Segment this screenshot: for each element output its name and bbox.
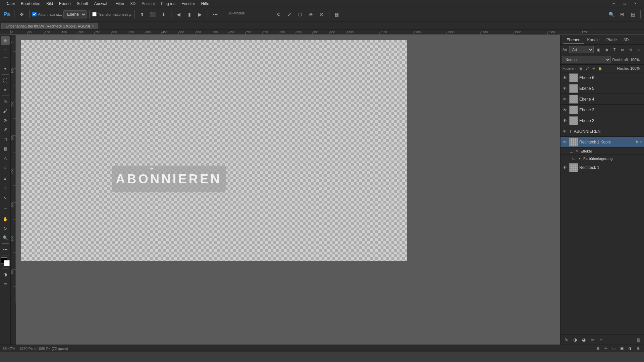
filter-adjust-icon[interactable]: ◑ bbox=[603, 46, 610, 53]
align-bottom-icon[interactable]: ⬇ bbox=[159, 10, 168, 19]
tab-pfade[interactable]: Pfade bbox=[603, 36, 620, 44]
history-brush-tool[interactable]: ↺ bbox=[1, 125, 10, 134]
filter-shape-icon[interactable]: ▭ bbox=[619, 46, 626, 53]
layer-eye-abonnieren[interactable]: 👁 bbox=[562, 128, 568, 134]
rotate-view-tool[interactable]: ↻ bbox=[1, 224, 10, 233]
more-tools[interactable]: ••• bbox=[1, 245, 10, 254]
align-left-icon[interactable]: ◀ bbox=[174, 10, 183, 19]
menu-plugins[interactable]: Plug-ins bbox=[158, 1, 178, 7]
layer-rechteck-kopie[interactable]: 👁 Rechteck 1 Kopie fx ✕ bbox=[560, 137, 644, 147]
layer-ebene6[interactable]: 👁 Ebene 6 bbox=[560, 72, 644, 83]
menu-3d[interactable]: 3D bbox=[128, 1, 138, 7]
zoom-tool[interactable]: 🔍 bbox=[1, 233, 10, 242]
blend-mode-select[interactable]: Normal bbox=[562, 56, 611, 63]
statusbar-icon-6[interactable]: ⊕ bbox=[635, 345, 641, 352]
minimize-button[interactable]: ─ bbox=[609, 0, 619, 8]
shape-tool[interactable]: ▭ bbox=[1, 203, 10, 212]
transform-checkbox[interactable] bbox=[92, 12, 97, 16]
statusbar-icon-1[interactable]: ⊞ bbox=[594, 345, 601, 352]
statusbar-icon-4[interactable]: ▣ bbox=[619, 345, 625, 352]
layer-eye-ebene2[interactable]: 👁 bbox=[562, 118, 568, 124]
maximize-button[interactable]: □ bbox=[620, 0, 629, 8]
brush-tool[interactable]: 🖌 bbox=[1, 107, 10, 115]
workspace-icon[interactable]: ⊞ bbox=[618, 10, 627, 19]
statusbar-icon-3[interactable]: ▭ bbox=[610, 345, 617, 352]
auto-select-checkbox[interactable] bbox=[32, 12, 37, 16]
auto-select-label[interactable]: Auton. auswi... bbox=[32, 12, 62, 16]
arrange-icon[interactable]: ▤ bbox=[628, 10, 638, 19]
layer-abonnieren[interactable]: 👁 T ABONNIEREN bbox=[560, 126, 644, 137]
add-mask-button[interactable]: ◑ bbox=[571, 336, 579, 343]
filter-toggle[interactable]: ○ bbox=[635, 46, 642, 53]
menu-datei[interactable]: Datei bbox=[3, 1, 17, 7]
tab-ebenen[interactable]: Ebenen bbox=[563, 36, 584, 44]
3d-rotate-icon[interactable]: ↻ bbox=[274, 10, 283, 19]
statusbar-icon-5[interactable]: ◑ bbox=[627, 345, 633, 352]
layer-farbueberlagerung[interactable]: ● Farbüberlagerung bbox=[560, 155, 644, 162]
layer-eye-ebene3[interactable]: 👁 bbox=[562, 107, 568, 113]
healing-tool[interactable]: ⊕ bbox=[1, 97, 10, 106]
color-picker[interactable] bbox=[1, 257, 10, 266]
screen-mode-tool[interactable]: ▭ bbox=[1, 279, 10, 288]
3d-move-icon[interactable]: ⤢ bbox=[285, 10, 294, 19]
dodge-tool[interactable]: ○ bbox=[1, 163, 10, 172]
add-style-button[interactable]: fx bbox=[562, 336, 570, 343]
clone-tool[interactable]: ⊗ bbox=[1, 116, 10, 125]
new-fill-layer-button[interactable]: ◕ bbox=[580, 336, 587, 343]
layer-ebene4[interactable]: 👁 Ebene 4 bbox=[560, 94, 644, 105]
lock-position-icon[interactable]: ✛ bbox=[591, 66, 596, 71]
menu-schrift[interactable]: Schrift bbox=[74, 1, 91, 7]
document-tab[interactable]: Unbenannt-1 bei 89,5% (Rechteck 1 Kopie,… bbox=[1, 23, 98, 29]
type-tool[interactable]: T bbox=[1, 184, 10, 193]
close-button[interactable]: ✕ bbox=[631, 0, 640, 8]
new-layer-button[interactable]: + bbox=[597, 336, 605, 343]
lock-paint-icon[interactable]: 🖌 bbox=[585, 66, 590, 71]
layer-ebene5[interactable]: 👁 Ebene 5 bbox=[560, 83, 644, 94]
eraser-tool[interactable]: ◻ bbox=[1, 135, 10, 143]
hand-tool[interactable]: ✋ bbox=[1, 215, 10, 223]
quick-mask-tool[interactable]: ◑ bbox=[1, 270, 10, 279]
layer-ebene3[interactable]: 👁 Ebene 3 bbox=[560, 105, 644, 115]
layer-eye-ebene6[interactable]: 👁 bbox=[562, 75, 568, 81]
align-center-v-icon[interactable]: ▮ bbox=[185, 10, 194, 19]
layer-eye-rechteck-kopie[interactable]: 👁 bbox=[562, 139, 568, 145]
transform-label[interactable]: Transformationsstrg. bbox=[92, 12, 131, 16]
layer-type-dropdown[interactable]: Ebene bbox=[63, 10, 87, 18]
path-selection-tool[interactable]: ↖ bbox=[1, 193, 10, 202]
lock-all-icon[interactable]: 🔒 bbox=[597, 66, 603, 71]
filter-pixel-icon[interactable]: ▣ bbox=[595, 46, 602, 53]
gradient-tool[interactable]: ▦ bbox=[1, 144, 10, 153]
align-right-icon[interactable]: ▶ bbox=[196, 10, 205, 19]
canvas-area[interactable]: ABONNIEREN ⌖ bbox=[16, 35, 560, 345]
align-top-icon[interactable]: ⬆ bbox=[138, 10, 147, 19]
layer-eye-ebene5[interactable]: 👁 bbox=[562, 85, 568, 92]
3d-orbit-icon[interactable]: ⊙ bbox=[317, 10, 326, 19]
crop-tool[interactable]: ⛶ bbox=[1, 76, 10, 85]
search-icon[interactable]: 🔍 bbox=[607, 10, 616, 19]
layer-delete-icon[interactable]: ✕ bbox=[640, 140, 643, 144]
menu-auswahl[interactable]: Auswahl bbox=[92, 1, 112, 7]
menu-bild[interactable]: Bild bbox=[44, 1, 56, 7]
tab-kanaele[interactable]: Kanäle bbox=[584, 36, 603, 44]
filter-smart-icon[interactable]: ⊛ bbox=[627, 46, 634, 53]
layer-type-filter[interactable]: Art bbox=[569, 46, 594, 53]
delete-layer-button[interactable]: 🗑 bbox=[635, 336, 642, 343]
statusbar-icon-2[interactable]: ✏ bbox=[602, 345, 609, 352]
3d-pan-icon[interactable]: ⊕ bbox=[306, 10, 316, 19]
menu-filter[interactable]: Filter bbox=[113, 1, 127, 7]
magic-wand-tool[interactable]: ✦ bbox=[1, 64, 10, 73]
move-tool-icon[interactable]: ✥ bbox=[17, 10, 26, 19]
menu-ebene[interactable]: Ebene bbox=[56, 1, 73, 7]
move-tool[interactable]: ✥ bbox=[1, 36, 10, 45]
3d-extra-icon[interactable]: ▦ bbox=[332, 10, 341, 19]
more-options-icon[interactable]: ••• bbox=[211, 10, 220, 19]
marquee-tool[interactable]: ▭ bbox=[1, 46, 10, 54]
3d-scale-icon[interactable]: ⬡ bbox=[296, 10, 305, 19]
menu-bearbeiten[interactable]: Bearbeiten bbox=[18, 1, 43, 7]
new-group-button[interactable]: ▭ bbox=[589, 336, 596, 343]
lasso-tool[interactable]: ⌒ bbox=[1, 55, 10, 64]
tab-close-button[interactable]: × bbox=[92, 24, 94, 28]
pen-tool[interactable]: ✒ bbox=[1, 175, 10, 183]
lock-transparent-icon[interactable]: ▣ bbox=[578, 66, 584, 71]
layer-ebene2[interactable]: 👁 Ebene 2 bbox=[560, 115, 644, 126]
